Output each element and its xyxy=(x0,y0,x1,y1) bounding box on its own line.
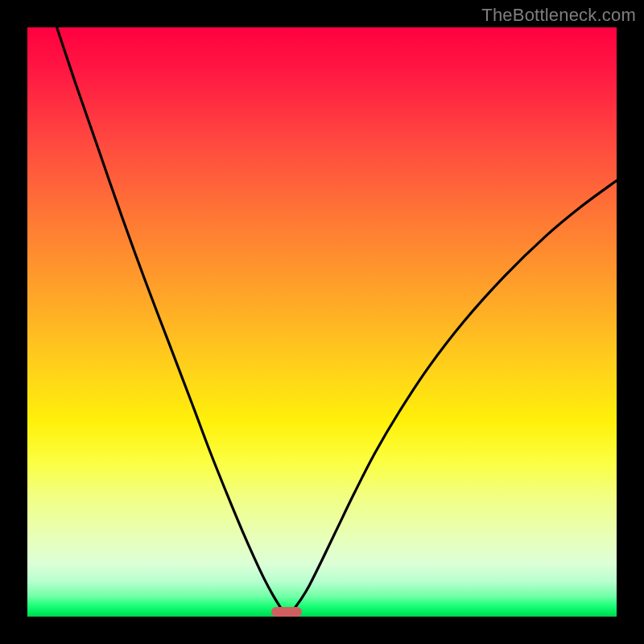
plot-area xyxy=(27,27,617,617)
optimal-marker xyxy=(271,607,302,617)
watermark-text: TheBottleneck.com xyxy=(481,5,636,26)
curve-path xyxy=(57,27,617,617)
outer-frame: TheBottleneck.com xyxy=(0,0,644,644)
bottleneck-curve xyxy=(27,27,617,617)
